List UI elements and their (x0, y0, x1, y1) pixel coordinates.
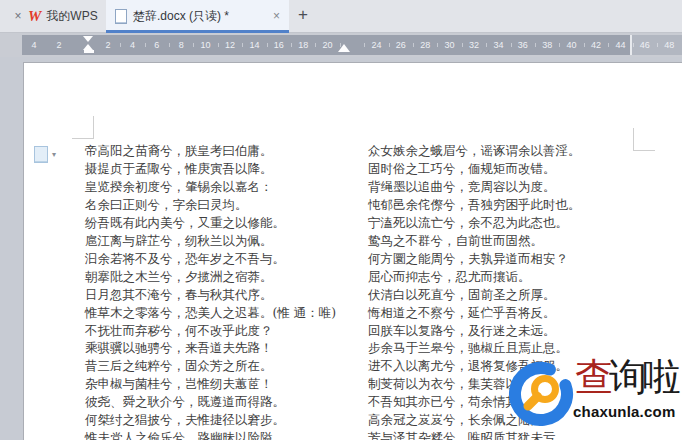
watermark-brand-first-char: 查 (575, 355, 609, 399)
ruler-tick (437, 43, 438, 47)
ruler-number: 40 (567, 35, 577, 55)
ruler-tick (340, 43, 341, 47)
ruler-tick (242, 43, 243, 47)
ruler-row: 4224681012141618202426283032343638404244… (0, 33, 682, 57)
text-column-left: 帝高阳之苗裔兮，朕皇考曰伯庸。摄提贞于孟陬兮，惟庚寅吾以降。皇览揆余初度兮，肇锡… (85, 142, 336, 440)
ruler-number: 28 (420, 35, 430, 55)
text-line: 彼尧、舜之耿介兮，既遵道而得路。 (85, 393, 336, 411)
ruler-number: 34 (493, 35, 503, 55)
first-line-indent-marker[interactable] (83, 36, 93, 42)
new-tab-button[interactable]: + (293, 5, 313, 25)
ruler-number: 12 (225, 35, 235, 55)
ruler-number: 44 (615, 35, 625, 55)
margin-crop-mark-right (633, 128, 655, 151)
text-line: 帝高阳之苗裔兮，朕皇考曰伯庸。 (85, 142, 336, 160)
ruler-tick (291, 43, 292, 47)
text-line: 何桀纣之猖披兮，夫惟捷径以窘步。 (85, 411, 336, 429)
ruler-number: 14 (249, 35, 259, 55)
ruler-number: 38 (542, 35, 552, 55)
ruler-tick (608, 43, 609, 47)
ruler-number: 16 (274, 35, 284, 55)
ruler-tick (267, 43, 268, 47)
ruler-tick (315, 43, 316, 47)
watermark-brand-text: 查询啦 (575, 354, 677, 400)
magnifier-logo-icon (507, 360, 575, 428)
ruler-number: 32 (469, 35, 479, 55)
text-line: 乘骐骥以驰骋兮，来吾道夫先路！ (85, 339, 336, 357)
left-indent-marker[interactable] (84, 50, 94, 53)
text-line: 不抚壮而弃秽兮，何不改乎此度？ (85, 322, 336, 340)
text-line: 步余马于兰皋兮，驰椒丘且焉止息。 (368, 339, 581, 357)
tab-my-wps[interactable]: W 我的WPS × (28, 0, 114, 32)
chevron-down-icon: ▾ (52, 150, 56, 159)
ruler-tick (364, 43, 365, 47)
paste-options-button[interactable]: ▾ (34, 146, 56, 163)
ruler-tick (145, 43, 146, 47)
text-line: 惟夫党人之偷乐兮，路幽昧以险隘。 (85, 429, 336, 440)
text-line: 惟草木之零落兮，恐美人之迟暮。(惟 通：唯) (85, 304, 336, 322)
ruler-tick (535, 43, 536, 47)
ruler-tick (389, 43, 390, 47)
ruler-tick (486, 43, 487, 47)
text-line: 宁溘死以流亡兮，余不忍为此态也。 (368, 214, 581, 232)
text-line: 杂申椒与菌桂兮，岂惟纫夫蕙茝！ (85, 375, 336, 393)
close-icon[interactable]: × (273, 9, 280, 23)
text-line: 忳郁邑余侘傺兮，吾独穷困乎此时也。 (368, 196, 581, 214)
ruler-number: 10 (201, 35, 211, 55)
text-line: 汩余若将不及兮，恐年岁之不吾与。 (85, 250, 336, 268)
ruler-number: 26 (396, 35, 406, 55)
ruler-number: 46 (640, 35, 650, 55)
ruler-tick (584, 43, 585, 47)
ruler-tick (218, 43, 219, 47)
text-line: 屈心而抑志兮，忍尤而攘诟。 (368, 268, 581, 286)
ruler-tick (633, 43, 634, 47)
ruler-number: 24 (371, 35, 381, 55)
ruler-number: 6 (154, 35, 159, 55)
text-line: 昔三后之纯粹兮，固众芳之所在。 (85, 357, 336, 375)
text-line: 悔相道之不察兮，延伫乎吾将反。 (368, 304, 581, 322)
ruler-band: 4224681012141618202426283032343638404244… (22, 35, 682, 55)
ruler-number: 4 (130, 35, 135, 55)
watermark-domain-text: chaxunla.com (573, 403, 675, 420)
document-icon (115, 9, 127, 24)
tab-bar: × W 我的WPS × 楚辞.docx (只读) * × + (0, 0, 682, 33)
ruler-tick (462, 43, 463, 47)
ruler-number: 18 (298, 35, 308, 55)
ruler-tick (413, 43, 414, 47)
ruler-tick (511, 43, 512, 47)
ruler-number: 48 (664, 35, 674, 55)
ruler-tick (120, 43, 121, 47)
text-line: 名余曰正则兮，字余曰灵均。 (85, 196, 336, 214)
ruler-number: 36 (518, 35, 528, 55)
ruler-number: 2 (56, 35, 61, 55)
paste-options-icon (34, 146, 48, 163)
text-line: 何方圜之能周兮，夫孰异道而相安？ (368, 250, 581, 268)
close-icon[interactable]: × (10, 8, 26, 24)
text-line: 朝搴阰之木兰兮，夕揽洲之宿莽。 (85, 268, 336, 286)
tab-label: 楚辞.docx (只读) * (133, 8, 229, 25)
text-line: 鸷鸟之不群兮，自前世而固然。 (368, 232, 581, 250)
ruler-tick (193, 43, 194, 47)
ruler-number: 30 (445, 35, 455, 55)
text-line: 扈江离与辟芷兮，纫秋兰以为佩。 (85, 232, 336, 250)
tab-label: 我的WPS (46, 8, 97, 25)
text-line: 回朕车以复路兮，及行迷之未远。 (368, 322, 581, 340)
text-line: 背绳墨以追曲兮，竞周容以为度。 (368, 178, 581, 196)
text-line: 皇览揆余初度兮，肇锡余以嘉名： (85, 178, 336, 196)
text-line: 众女嫉余之蛾眉兮，谣诼谓余以善淫。 (368, 142, 581, 160)
text-line: 日月忽其不淹兮，春与秋其代序。 (85, 286, 336, 304)
tab-document-chuci[interactable]: 楚辞.docx (只读) * × (106, 0, 289, 32)
text-line: 伏清白以死直兮，固前圣之所厚。 (368, 286, 581, 304)
ruler-tick (169, 43, 170, 47)
ruler-number: 20 (323, 35, 333, 55)
ruler-number: 4 (31, 35, 36, 55)
ruler-tick (657, 43, 658, 47)
wps-logo-icon: W (28, 8, 41, 25)
ruler-number: 8 (179, 35, 184, 55)
text-line: 固时俗之工巧兮，偭规矩而改错。 (368, 160, 581, 178)
margin-crop-mark-left (72, 116, 94, 139)
text-line: 纷吾既有此内美兮，又重之以修能。 (85, 214, 336, 232)
ruler-number: 42 (591, 35, 601, 55)
ruler-tick (559, 43, 560, 47)
text-line: 摄提贞于孟陬兮，惟庚寅吾以降。 (85, 160, 336, 178)
